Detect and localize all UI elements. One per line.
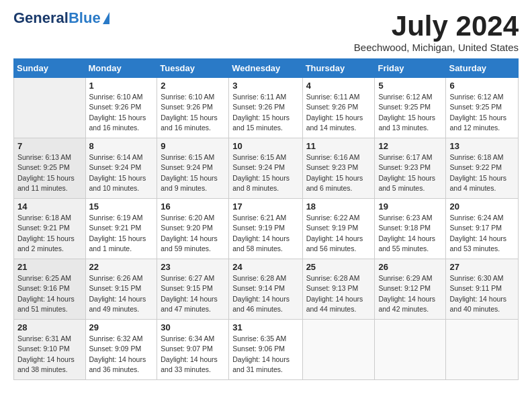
logo: GeneralBlue <box>13 11 109 26</box>
day-info: Sunrise: 6:28 AM Sunset: 9:13 PM Dayligh… <box>306 273 371 314</box>
day-info: Sunrise: 6:12 AM Sunset: 9:25 PM Dayligh… <box>378 92 442 133</box>
day-info: Sunrise: 6:18 AM Sunset: 9:21 PM Dayligh… <box>17 213 82 254</box>
header-cell-sunday: Sunday <box>14 59 86 78</box>
day-cell: 23Sunrise: 6:27 AM Sunset: 9:15 PM Dayli… <box>157 259 229 320</box>
day-info: Sunrise: 6:20 AM Sunset: 9:20 PM Dayligh… <box>161 213 225 254</box>
day-cell <box>446 320 519 380</box>
day-number: 9 <box>161 141 225 151</box>
header-cell-wednesday: Wednesday <box>229 59 302 78</box>
day-number: 27 <box>449 262 515 272</box>
day-info: Sunrise: 6:19 AM Sunset: 9:21 PM Dayligh… <box>89 213 154 254</box>
day-cell: 9Sunrise: 6:15 AM Sunset: 9:24 PM Daylig… <box>157 138 229 199</box>
day-info: Sunrise: 6:21 AM Sunset: 9:19 PM Dayligh… <box>232 213 298 254</box>
day-number: 31 <box>232 322 298 332</box>
day-cell: 12Sunrise: 6:17 AM Sunset: 9:23 PM Dayli… <box>375 138 446 199</box>
day-info: Sunrise: 6:11 AM Sunset: 9:26 PM Dayligh… <box>232 92 298 133</box>
day-number: 10 <box>232 141 298 151</box>
day-cell <box>302 320 375 380</box>
day-number: 28 <box>17 322 82 332</box>
day-info: Sunrise: 6:14 AM Sunset: 9:24 PM Dayligh… <box>89 152 154 193</box>
day-info: Sunrise: 6:10 AM Sunset: 9:26 PM Dayligh… <box>161 92 225 133</box>
day-cell: 16Sunrise: 6:20 AM Sunset: 9:20 PM Dayli… <box>157 199 229 259</box>
day-cell: 14Sunrise: 6:18 AM Sunset: 9:21 PM Dayli… <box>14 199 86 259</box>
day-number: 23 <box>161 262 225 272</box>
day-cell: 26Sunrise: 6:29 AM Sunset: 9:12 PM Dayli… <box>375 259 446 320</box>
week-row-2: 7Sunrise: 6:13 AM Sunset: 9:25 PM Daylig… <box>14 138 519 199</box>
logo-blue: Blue <box>69 11 101 26</box>
logo-general: General <box>13 11 69 26</box>
page-header: GeneralBlue July 2024 Beechwood, Michiga… <box>13 11 519 53</box>
day-info: Sunrise: 6:30 AM Sunset: 9:11 PM Dayligh… <box>449 273 515 314</box>
day-number: 22 <box>89 262 154 272</box>
day-info: Sunrise: 6:11 AM Sunset: 9:26 PM Dayligh… <box>306 92 371 133</box>
logo-triangle-icon <box>103 12 109 24</box>
day-info: Sunrise: 6:26 AM Sunset: 9:15 PM Dayligh… <box>89 273 154 314</box>
week-row-5: 28Sunrise: 6:31 AM Sunset: 9:10 PM Dayli… <box>14 320 519 380</box>
day-info: Sunrise: 6:25 AM Sunset: 9:16 PM Dayligh… <box>17 273 82 314</box>
day-info: Sunrise: 6:35 AM Sunset: 9:06 PM Dayligh… <box>232 334 298 375</box>
day-cell: 21Sunrise: 6:25 AM Sunset: 9:16 PM Dayli… <box>14 259 86 320</box>
day-info: Sunrise: 6:24 AM Sunset: 9:17 PM Dayligh… <box>449 213 515 254</box>
day-info: Sunrise: 6:27 AM Sunset: 9:15 PM Dayligh… <box>161 273 225 314</box>
day-cell: 28Sunrise: 6:31 AM Sunset: 9:10 PM Dayli… <box>14 320 86 380</box>
day-number: 24 <box>232 262 298 272</box>
day-info: Sunrise: 6:15 AM Sunset: 9:24 PM Dayligh… <box>232 152 298 193</box>
day-cell: 24Sunrise: 6:28 AM Sunset: 9:14 PM Dayli… <box>229 259 302 320</box>
location: Beechwood, Michigan, United States <box>354 42 519 53</box>
day-number: 14 <box>17 201 82 212</box>
week-row-4: 21Sunrise: 6:25 AM Sunset: 9:16 PM Dayli… <box>14 259 519 320</box>
day-number: 19 <box>378 201 442 212</box>
day-number: 11 <box>306 141 371 151</box>
header-row: SundayMondayTuesdayWednesdayThursdayFrid… <box>14 59 519 78</box>
calendar-header: SundayMondayTuesdayWednesdayThursdayFrid… <box>14 59 519 78</box>
day-info: Sunrise: 6:22 AM Sunset: 9:19 PM Dayligh… <box>306 213 371 254</box>
day-number: 4 <box>306 81 371 91</box>
day-info: Sunrise: 6:32 AM Sunset: 9:09 PM Dayligh… <box>89 334 154 375</box>
day-cell: 3Sunrise: 6:11 AM Sunset: 9:26 PM Daylig… <box>229 78 302 138</box>
day-number: 21 <box>17 262 82 272</box>
day-cell: 31Sunrise: 6:35 AM Sunset: 9:06 PM Dayli… <box>229 320 302 380</box>
day-info: Sunrise: 6:17 AM Sunset: 9:23 PM Dayligh… <box>378 152 442 193</box>
day-number: 20 <box>449 201 515 212</box>
day-number: 29 <box>89 322 154 332</box>
day-cell: 13Sunrise: 6:18 AM Sunset: 9:22 PM Dayli… <box>446 138 519 199</box>
day-cell: 20Sunrise: 6:24 AM Sunset: 9:17 PM Dayli… <box>446 199 519 259</box>
day-cell: 1Sunrise: 6:10 AM Sunset: 9:26 PM Daylig… <box>85 78 157 138</box>
day-number: 12 <box>378 141 442 151</box>
day-number: 26 <box>378 262 442 272</box>
day-info: Sunrise: 6:15 AM Sunset: 9:24 PM Dayligh… <box>161 152 225 193</box>
day-cell: 8Sunrise: 6:14 AM Sunset: 9:24 PM Daylig… <box>85 138 157 199</box>
day-cell: 19Sunrise: 6:23 AM Sunset: 9:18 PM Dayli… <box>375 199 446 259</box>
logo-text: GeneralBlue <box>13 11 109 26</box>
day-number: 2 <box>161 81 225 91</box>
day-cell: 29Sunrise: 6:32 AM Sunset: 9:09 PM Dayli… <box>85 320 157 380</box>
day-cell: 11Sunrise: 6:16 AM Sunset: 9:23 PM Dayli… <box>302 138 375 199</box>
day-cell: 6Sunrise: 6:12 AM Sunset: 9:25 PM Daylig… <box>446 78 519 138</box>
day-number: 17 <box>232 201 298 212</box>
day-cell: 7Sunrise: 6:13 AM Sunset: 9:25 PM Daylig… <box>14 138 86 199</box>
day-number: 7 <box>17 141 82 151</box>
day-cell <box>375 320 446 380</box>
day-number: 16 <box>161 201 225 212</box>
day-cell: 4Sunrise: 6:11 AM Sunset: 9:26 PM Daylig… <box>302 78 375 138</box>
week-row-3: 14Sunrise: 6:18 AM Sunset: 9:21 PM Dayli… <box>14 199 519 259</box>
calendar-body: 1Sunrise: 6:10 AM Sunset: 9:26 PM Daylig… <box>14 78 519 380</box>
day-cell: 17Sunrise: 6:21 AM Sunset: 9:19 PM Dayli… <box>229 199 302 259</box>
day-number: 13 <box>449 141 515 151</box>
day-info: Sunrise: 6:10 AM Sunset: 9:26 PM Dayligh… <box>89 92 154 133</box>
day-cell: 27Sunrise: 6:30 AM Sunset: 9:11 PM Dayli… <box>446 259 519 320</box>
day-number: 5 <box>378 81 442 91</box>
day-number: 30 <box>161 322 225 332</box>
header-cell-saturday: Saturday <box>446 59 519 78</box>
day-number: 6 <box>449 81 515 91</box>
day-number: 8 <box>89 141 154 151</box>
week-row-1: 1Sunrise: 6:10 AM Sunset: 9:26 PM Daylig… <box>14 78 519 138</box>
day-cell <box>14 78 86 138</box>
day-number: 3 <box>232 81 298 91</box>
header-cell-friday: Friday <box>375 59 446 78</box>
day-info: Sunrise: 6:31 AM Sunset: 9:10 PM Dayligh… <box>17 334 82 375</box>
day-info: Sunrise: 6:18 AM Sunset: 9:22 PM Dayligh… <box>449 152 515 193</box>
day-cell: 2Sunrise: 6:10 AM Sunset: 9:26 PM Daylig… <box>157 78 229 138</box>
month-title: July 2024 <box>354 11 519 42</box>
day-cell: 25Sunrise: 6:28 AM Sunset: 9:13 PM Dayli… <box>302 259 375 320</box>
